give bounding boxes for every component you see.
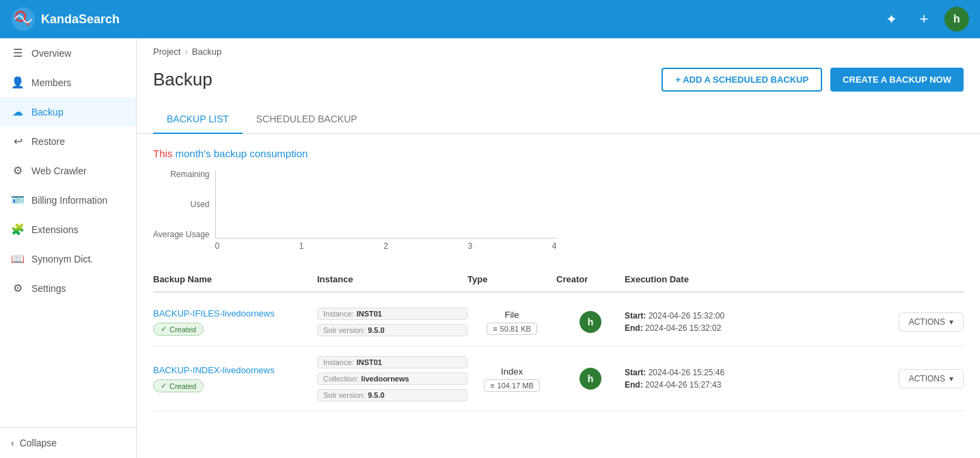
instance-col-1: Instance: INST01 Collection: livedoornew…	[317, 356, 467, 401]
sidebar-label-extensions: Extensions	[31, 224, 78, 235]
execution-col-1: Start: 2024-04-26 15:25:46 End: 2024-04-…	[625, 368, 882, 390]
restore-icon: ↩	[11, 135, 25, 148]
page-title: Backup	[153, 69, 213, 90]
size-badge-0: ≡ 50.81 KB	[487, 323, 537, 335]
creator-col-0: h	[556, 311, 625, 333]
chart-bars	[215, 170, 557, 239]
backup-name-1: BACKUP-INDEX-livedoornews Created	[153, 365, 317, 392]
chart-title-this: This	[153, 148, 172, 159]
table-header: Backup Name Instance Type Creator Execut…	[153, 267, 964, 293]
sidebar-label-settings: Settings	[31, 283, 66, 294]
type-col-1: Index ≡ 104.17 MB	[467, 366, 556, 392]
sidebar-bottom: ‹ Collapse	[0, 427, 136, 458]
col-header-type: Type	[467, 274, 556, 284]
creator-avatar-0: h	[580, 311, 601, 333]
collapse-icon: ‹	[11, 437, 14, 448]
backup-icon: ☁	[11, 105, 25, 118]
content-area: Project › Backup Backup + ADD A SCHEDULE…	[137, 38, 980, 458]
chart-area: 0 1 2 3 4	[215, 170, 557, 251]
status-badge-0: Created	[153, 323, 204, 336]
actions-button-0[interactable]: ACTIONS ▾	[899, 312, 964, 332]
instance-tag-1: Instance: INST01	[317, 356, 467, 368]
chevron-down-icon-1: ▾	[949, 374, 953, 383]
chart-title-rest: month's backup consumption	[172, 148, 308, 159]
breadcrumb-current: Backup	[192, 46, 221, 57]
sidebar-label-restore: Restore	[31, 136, 65, 147]
sidebar: ☰ Overview 👤 Members ☁ Backup ↩ Restore …	[0, 38, 137, 458]
solr-tag-0: Solr version: 9.5.0	[317, 324, 467, 336]
add-scheduled-backup-button[interactable]: + ADD A SCHEDULED BACKUP	[662, 68, 822, 92]
breadcrumb-separator: ›	[185, 46, 187, 57]
breadcrumb: Project › Backup	[137, 38, 980, 62]
chevron-down-icon-0: ▾	[949, 317, 953, 327]
tab-backup-list[interactable]: BACKUP LIST	[153, 105, 243, 134]
logo-text: KandaSearch	[41, 12, 120, 27]
actions-button-1[interactable]: ACTIONS ▾	[899, 369, 964, 388]
sidebar-label-overview: Overview	[31, 48, 71, 59]
sidebar-item-web-crawler[interactable]: ⚙ Web Crawler	[0, 156, 136, 185]
sidebar-item-restore[interactable]: ↩ Restore	[0, 126, 136, 156]
list-icon-0: ≡	[493, 325, 497, 333]
sidebar-item-members[interactable]: 👤 Members	[0, 68, 136, 97]
sidebar-item-synonym-dict[interactable]: 📖 Synonym Dict.	[0, 244, 136, 273]
sidebar-item-billing[interactable]: 🪪 Billing Information	[0, 185, 136, 215]
creator-avatar-1: h	[580, 368, 601, 390]
tab-content: This month's backup consumption Remainin…	[137, 134, 980, 425]
chart-title: This month's backup consumption	[153, 148, 964, 159]
create-backup-now-button[interactable]: CREATE A BACKUP NOW	[830, 68, 964, 92]
creator-col-1: h	[556, 368, 625, 390]
logo: KandaSearch	[11, 7, 120, 31]
chart-label-remaining: Remaining	[170, 170, 209, 178]
chart-container: Remaining Used Average Usage 0 1 2 3	[153, 170, 964, 251]
page-actions: + ADD A SCHEDULED BACKUP CREATE A BACKUP…	[662, 68, 964, 92]
sidebar-label-billing: Billing Information	[31, 195, 107, 206]
actions-col-0: ACTIONS ▾	[882, 312, 964, 332]
x-label-0: 0	[215, 241, 220, 251]
x-label-1: 1	[299, 241, 304, 251]
add-button[interactable]: +	[912, 7, 936, 31]
col-header-execution: Execution Date	[625, 274, 882, 284]
col-header-actions	[882, 274, 964, 284]
instance-col-0: Instance: INST01 Solr version: 9.5.0	[317, 308, 467, 336]
sidebar-label-backup: Backup	[31, 107, 64, 118]
chart-label-average: Average Usage	[153, 230, 210, 239]
chart-x-axis: 0 1 2 3 4	[215, 239, 557, 251]
chart-label-used: Used	[190, 200, 209, 208]
table-row: BACKUP-IFILES-livedoornews Created Insta…	[153, 298, 964, 347]
plugins-button[interactable]: ✦	[879, 7, 903, 31]
synonym-dict-icon: 📖	[11, 252, 25, 265]
collection-tag-1: Collection: livedoornews	[317, 373, 467, 385]
sidebar-label-web-crawler: Web Crawler	[31, 165, 87, 176]
instance-tag-0: Instance: INST01	[317, 308, 467, 320]
solr-tag-1: Solr version: 9.5.0	[317, 389, 467, 401]
collapse-label: Collapse	[20, 437, 57, 448]
actions-col-1: ACTIONS ▾	[882, 369, 964, 388]
x-label-2: 2	[383, 241, 388, 251]
billing-icon: 🪪	[11, 193, 25, 206]
sidebar-item-overview[interactable]: ☰ Overview	[0, 38, 136, 68]
sidebar-item-extensions[interactable]: 🧩 Extensions	[0, 215, 136, 244]
sidebar-item-backup[interactable]: ☁ Backup	[0, 97, 136, 126]
backup-name-0: BACKUP-IFILES-livedoornews Created	[153, 308, 317, 336]
overview-icon: ☰	[11, 46, 25, 59]
user-avatar[interactable]: h	[944, 7, 969, 31]
logo-icon	[11, 7, 36, 31]
x-label-3: 3	[467, 241, 472, 251]
web-crawler-icon: ⚙	[11, 164, 25, 177]
top-header: KandaSearch ✦ + h	[0, 0, 980, 38]
execution-col-0: Start: 2024-04-26 15:32:00 End: 2024-04-…	[625, 311, 882, 333]
type-col-0: File ≡ 50.81 KB	[467, 310, 556, 335]
sidebar-item-settings[interactable]: ⚙ Settings	[0, 273, 136, 303]
table-row: BACKUP-INDEX-livedoornews Created Instan…	[153, 347, 964, 412]
tabs: BACKUP LIST SCHEDULED BACKUP	[137, 105, 980, 134]
breadcrumb-parent: Project	[153, 46, 180, 57]
tab-scheduled-backup[interactable]: SCHEDULED BACKUP	[243, 105, 371, 134]
sidebar-label-members: Members	[31, 77, 71, 88]
size-badge-1: ≡ 104.17 MB	[484, 379, 540, 392]
list-icon-1: ≡	[490, 381, 494, 390]
members-icon: 👤	[11, 76, 25, 89]
col-header-creator: Creator	[556, 274, 625, 284]
x-label-4: 4	[552, 241, 557, 251]
sidebar-label-synonym-dict: Synonym Dict.	[31, 254, 93, 265]
collapse-button[interactable]: ‹ Collapse	[0, 428, 136, 458]
